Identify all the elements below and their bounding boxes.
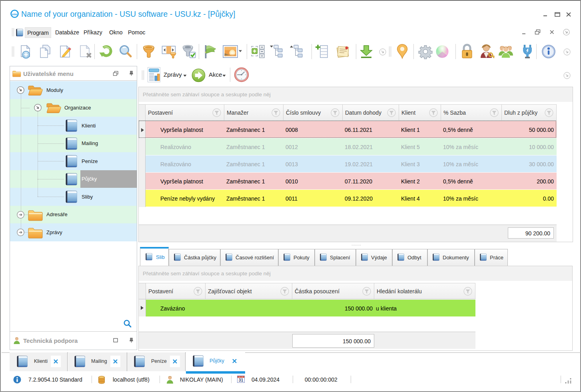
svg-text:31: 31	[239, 378, 244, 382]
svg-text:usu: usu	[12, 12, 18, 16]
